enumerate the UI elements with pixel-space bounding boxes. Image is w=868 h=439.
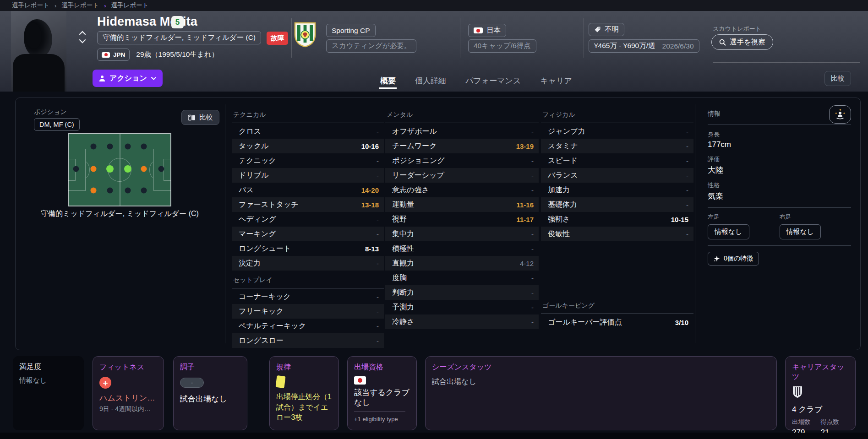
discipline-card[interactable]: 規律 出場停止処分（1試合）までイエロー3枚 <box>269 356 339 430</box>
positions-value-box: DM, MF (C) <box>34 118 80 131</box>
header-divider <box>460 18 460 58</box>
eligibility-text: 該当するクラブなし <box>354 388 410 408</box>
attribute-value: - <box>686 186 688 194</box>
scout-player-button[interactable]: 選手を視察 <box>711 34 773 50</box>
attribute-label: 運動量 <box>392 200 414 210</box>
attribute-label: ペナルティーキック <box>239 321 306 331</box>
squad-number-badge: 5 <box>171 16 184 28</box>
satisfaction-card: 満足度 情報なし <box>13 356 84 430</box>
attribute-row: コーナーキック- <box>232 289 384 304</box>
attribute-label: 直観力 <box>392 259 414 268</box>
attribute-value: - <box>377 308 379 315</box>
discipline-text: 出場停止処分（1試合）までイエロー3枚 <box>276 392 332 423</box>
attribute-value: - <box>686 157 688 165</box>
right-foot-field: 右足 情報なし <box>780 213 852 239</box>
discipline-title: 規律 <box>276 363 332 372</box>
attributes-column-mental: メンタルオフザボール-チームワーク13-19ポジショニング-リーダーシップ-意志… <box>385 111 539 329</box>
caps-goals-box: 40キャップ/6得点 <box>468 39 536 53</box>
player-header: Hidemasa Morita 5 守備的ミッドフィルダー, ミッドフィルダー … <box>0 11 868 92</box>
attribute-label: チームワーク <box>392 141 437 151</box>
panel-divider <box>695 104 695 343</box>
compare-button-positions[interactable]: 比較 <box>181 110 219 125</box>
fitness-card[interactable]: フィットネス + ハムストリン… 9日 - 4週間以内… <box>93 356 164 430</box>
attribute-value: - <box>531 318 534 326</box>
attribute-label: マーキング <box>239 229 276 239</box>
attributes-section-title: メンタル <box>385 111 539 123</box>
career-stats-card[interactable]: キャリアスタッツ 4 クラブ 出場数 279 得点数 21 <box>785 356 856 430</box>
attribute-value: 14-20 <box>361 186 379 194</box>
player-positions-box: 守備的ミッドフィルダー, ミッドフィルダー (C) <box>97 31 261 44</box>
tab-0[interactable]: 概要 <box>380 70 396 92</box>
attribute-row: パス14-20 <box>232 183 384 197</box>
attribute-row: 予測力- <box>385 300 539 314</box>
attribute-row: クロス- <box>232 124 384 139</box>
injury-name: ハムストリン… <box>99 393 157 403</box>
tab-3[interactable]: キャリア <box>540 70 572 92</box>
attributes-column-technical: テクニカルクロス-タックル10-16テクニック-ドリブル-パス14-20ファース… <box>232 111 384 348</box>
nation-box[interactable]: 日本 <box>468 24 506 37</box>
traits-button[interactable]: 0個の特徴 <box>708 252 759 266</box>
scout-report-label: スカウトレポート <box>713 25 761 33</box>
action-button[interactable]: アクション <box>93 70 163 87</box>
search-icon <box>719 39 726 46</box>
compare-button-top[interactable]: 比較 <box>824 71 851 86</box>
attribute-label: ロングスロー <box>239 336 284 346</box>
position-dot-dark <box>141 188 147 194</box>
attribute-row: タックル10-16 <box>232 139 384 153</box>
next-player-button[interactable] <box>79 39 86 44</box>
attribute-value: - <box>531 274 534 282</box>
previous-player-button[interactable] <box>79 30 86 35</box>
eligibility-card[interactable]: 出場資格 該当するクラブなし +1 eligibility type <box>347 356 417 430</box>
attribute-row: バランス- <box>541 168 693 183</box>
attribute-label: 基礎体力 <box>548 200 577 210</box>
attribute-value: - <box>377 322 379 330</box>
scout-knowledge-button[interactable] <box>829 105 851 124</box>
attribute-label: スピード <box>548 156 578 166</box>
attribute-value: 3/10 <box>675 319 688 326</box>
attribute-label: 判断力 <box>392 288 414 298</box>
attributes-section: ゴールキーピングゴールキーパー評価点3/10 <box>541 302 693 330</box>
attribute-label: 視野 <box>392 215 407 224</box>
satisfaction-title: 満足度 <box>19 362 77 372</box>
attribute-label: フリーキック <box>239 307 284 316</box>
overview-panel: ポジション DM, MF (C) 比較 守備的ミッドフィルダー, ミッドフィルダ… <box>15 98 861 350</box>
left-foot-field: 左足 情報なし <box>708 213 780 239</box>
japan-flag-icon <box>354 376 366 385</box>
attribute-value: - <box>531 289 534 297</box>
attribute-value: - <box>531 128 534 135</box>
attribute-label: ロングシュート <box>239 244 291 254</box>
satisfaction-body: 情報なし <box>19 376 77 385</box>
attribute-label: 加速力 <box>548 185 570 195</box>
fitness-title: フィットネス <box>99 363 157 372</box>
header-divider <box>291 18 292 58</box>
japan-flag-icon <box>102 52 110 58</box>
attributes-section-title: フィジカル <box>541 111 693 123</box>
attribute-value: - <box>377 260 379 267</box>
attribute-value: - <box>531 245 534 253</box>
attribute-row: 運動量11-16 <box>385 197 539 212</box>
attribute-value: 11-17 <box>516 216 534 223</box>
position-dot-orange <box>90 166 96 172</box>
sparkle-icon <box>714 255 720 262</box>
attributes-section: メンタルオフザボール-チームワーク13-19ポジショニング-リーダーシップ-意志… <box>385 111 539 329</box>
club-name-box[interactable]: Sporting CP <box>326 24 376 37</box>
club-shield-icon <box>792 385 849 400</box>
attribute-value: - <box>686 172 688 179</box>
tab-2[interactable]: パフォーマンス <box>465 70 521 92</box>
info-divider <box>708 245 851 246</box>
attribute-label: スタミナ <box>548 141 578 151</box>
season-stats-card[interactable]: シーズンスタッツ 試合出場なし <box>425 356 777 430</box>
breadcrumb-item[interactable]: 選手レポート <box>61 1 99 10</box>
tab-1[interactable]: 個人詳細 <box>415 70 446 92</box>
tag-icon <box>594 26 601 33</box>
attribute-value: 4-12 <box>520 260 534 267</box>
condition-card[interactable]: 調子 - 試合出場なし <box>173 356 247 430</box>
attribute-row: ファーストタッチ13-18 <box>232 197 384 212</box>
attribute-value: 11-16 <box>516 201 534 209</box>
season-stats-text: 試合出場なし <box>432 377 770 387</box>
attribute-row: 意志の強さ- <box>385 183 539 197</box>
breadcrumb-item[interactable]: 選手レポート <box>12 1 49 10</box>
attributes-section: セットプレイコーナーキック-フリーキック-ペナルティーキック-ロングスロー- <box>232 276 384 348</box>
attribute-value: - <box>686 142 688 150</box>
attribute-row: 冷静さ- <box>385 314 539 329</box>
